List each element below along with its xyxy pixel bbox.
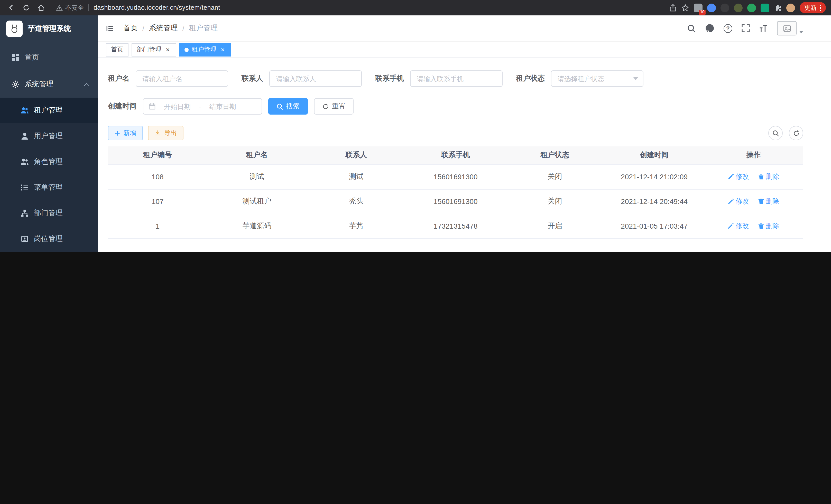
breadcrumb-home[interactable]: 首页: [123, 24, 138, 33]
add-button[interactable]: 新增: [108, 126, 143, 140]
browser-home-button[interactable]: [35, 2, 47, 14]
system-submenu: 租户管理 用户管理 角色管理 菜单管理: [0, 98, 98, 252]
extension-icon-1[interactable]: 10: [694, 3, 703, 12]
home-icon: [37, 4, 45, 11]
app-title: 芋道管理系统: [28, 24, 71, 33]
calendar-icon: [148, 103, 156, 110]
close-icon[interactable]: ×: [165, 46, 171, 53]
reset-button[interactable]: 重置: [314, 98, 353, 115]
extensions-menu-icon[interactable]: [774, 4, 782, 11]
help-icon[interactable]: ?: [724, 24, 732, 33]
breadcrumb-current: 租户管理: [189, 24, 218, 33]
contact-mobile-label: 联系手机: [375, 74, 404, 83]
sidebar-item-post[interactable]: 岗位管理: [0, 226, 98, 252]
sidebar-item-dept[interactable]: 部门管理: [0, 200, 98, 226]
extension-icon-5[interactable]: [747, 3, 756, 12]
browser-toolbar: 不安全 dashboard.yudao.iocoder.cn/system/te…: [0, 0, 831, 16]
extension-icon-4[interactable]: [734, 3, 743, 12]
sidebar-item-tenant[interactable]: 租户管理: [0, 98, 98, 123]
badge-icon: [21, 235, 29, 243]
delete-button[interactable]: 删除: [758, 197, 779, 206]
table-row: 107 测试租户 秃头 15601691300 关闭 2021-12-14 20…: [108, 189, 803, 214]
start-date-input[interactable]: [159, 102, 195, 110]
user-icon: [21, 132, 29, 140]
sidebar-toggle[interactable]: [106, 24, 114, 32]
bookmark-star-icon[interactable]: [682, 4, 689, 11]
close-icon[interactable]: ×: [220, 46, 226, 53]
date-range-separator: -: [199, 102, 201, 110]
page-content: 租户名 联系人 联系手机 租户状态: [98, 58, 831, 252]
security-label: 不安全: [65, 3, 84, 12]
navbar-right: ?: [687, 21, 803, 35]
export-button[interactable]: 导出: [148, 126, 183, 140]
create-time-label: 创建时间: [108, 102, 137, 111]
browser-refresh-button[interactable]: [20, 2, 32, 14]
tags-view: 首页 部门管理 × 租户管理 ×: [98, 41, 831, 58]
sidebar-item-system[interactable]: 系统管理: [0, 71, 98, 98]
trash-icon: [758, 223, 765, 229]
refresh-table-button[interactable]: [789, 126, 803, 140]
tenant-name-input[interactable]: [136, 70, 228, 87]
extension-icon-3[interactable]: [720, 3, 729, 12]
delete-button[interactable]: 删除: [758, 172, 779, 181]
screen: 不安全 dashboard.yudao.iocoder.cn/system/te…: [0, 0, 831, 252]
font-size-icon[interactable]: [759, 24, 768, 32]
create-time-range-picker[interactable]: -: [143, 98, 262, 115]
user-menu[interactable]: [777, 21, 803, 35]
edit-button[interactable]: 修改: [728, 172, 749, 181]
table-header-row: 租户编号 租户名 联系人 联系手机 租户状态 创建时间 操作: [108, 146, 803, 165]
browser-back-button[interactable]: [5, 2, 18, 14]
col-mobile: 联系手机: [406, 146, 506, 165]
tab-home[interactable]: 首页: [106, 43, 128, 56]
header-search-icon[interactable]: [687, 24, 696, 33]
filter-row-1: 租户名 联系人 联系手机 租户状态: [108, 70, 803, 87]
github-icon[interactable]: [705, 24, 714, 33]
download-icon: [155, 130, 161, 136]
contact-name-input[interactable]: [269, 70, 362, 87]
top-navbar: 首页 / 系统管理 / 租户管理 ?: [98, 16, 831, 41]
delete-button[interactable]: 删除: [758, 221, 779, 231]
contact-mobile-input[interactable]: [410, 70, 503, 87]
breadcrumb: 首页 / 系统管理 / 租户管理: [123, 24, 218, 33]
filter-status: 租户状态: [516, 70, 643, 87]
browser-profile-avatar[interactable]: [786, 3, 795, 12]
status-select-input[interactable]: [551, 70, 643, 87]
edit-button[interactable]: 修改: [728, 221, 749, 231]
tab-dept[interactable]: 部门管理 ×: [132, 43, 176, 56]
app-logo[interactable]: 芋道管理系统: [0, 16, 98, 42]
end-date-input[interactable]: [205, 102, 241, 110]
sidebar-item-home[interactable]: 首页: [0, 44, 98, 71]
breadcrumb-system[interactable]: 系统管理: [149, 24, 178, 33]
extension-icon-2[interactable]: [707, 3, 716, 12]
table-toolbar: 新增 导出: [108, 126, 803, 140]
sidebar-menu: 首页 系统管理 租户管理 用户管理: [0, 42, 98, 252]
share-icon[interactable]: [669, 4, 677, 11]
browser-update-button[interactable]: 更新: [800, 2, 826, 13]
search-icon: [772, 130, 779, 137]
search-button[interactable]: 搜索: [268, 98, 308, 115]
sidebar-item-menu[interactable]: 菜单管理: [0, 175, 98, 200]
extension-badge: 10: [699, 9, 706, 14]
trash-icon: [758, 174, 765, 180]
rabbit-logo-icon: [9, 24, 20, 34]
edit-button[interactable]: 修改: [728, 197, 749, 206]
url-divider: [88, 4, 89, 11]
fullscreen-icon[interactable]: [742, 24, 750, 32]
tab-tenant[interactable]: 租户管理 ×: [179, 43, 231, 56]
browser-right-controls: 10 更新: [669, 2, 826, 13]
filter-create-time: 创建时间 -: [108, 98, 262, 115]
sidebar-item-user[interactable]: 用户管理: [0, 123, 98, 149]
toggle-search-button[interactable]: [768, 126, 783, 140]
address-bar[interactable]: dashboard.yudao.iocoder.cn/system/tenant: [93, 4, 220, 11]
sidebar-item-dict[interactable]: 字典管理: [0, 252, 98, 252]
col-actions: 操作: [704, 146, 803, 165]
list-icon: [21, 183, 29, 191]
site-security-chip[interactable]: 不安全: [56, 3, 84, 12]
sidebar-item-role[interactable]: 角色管理: [0, 149, 98, 175]
extension-icon-6[interactable]: [761, 3, 769, 12]
tenant-name-label: 租户名: [108, 74, 130, 83]
status-select[interactable]: [551, 70, 643, 87]
pencil-icon: [728, 223, 734, 229]
chevron-up-icon: [84, 83, 89, 88]
sidebar: 芋道管理系统 首页 系统管理 租户管理: [0, 16, 98, 252]
